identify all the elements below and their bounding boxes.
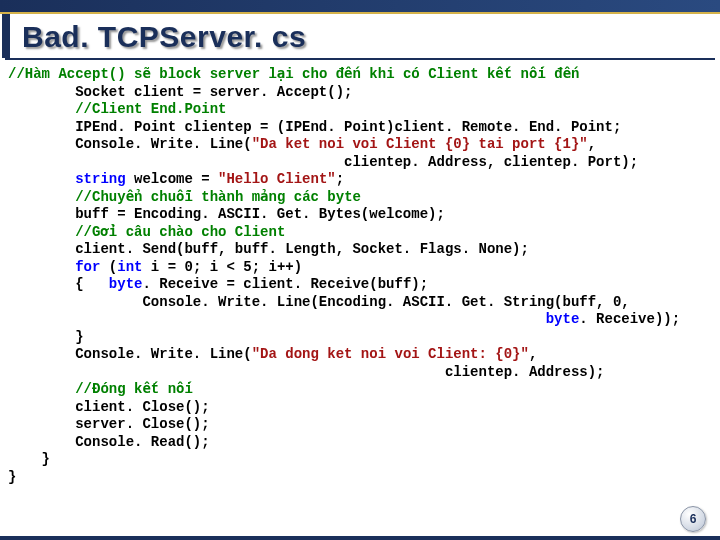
code-line: clientep. Address, clientep. Port); [8, 154, 712, 172]
code-line: Socket client = server. Accept(); [8, 84, 712, 102]
title-bar: Bad. TCPServer. cs [2, 14, 720, 58]
code-line: //Hàm Accept() sẽ block server lại cho đ… [8, 66, 712, 84]
page-number-badge: 6 [680, 506, 706, 532]
slide-bottom-band [0, 536, 720, 540]
code-line: client. Close(); [8, 399, 712, 417]
code-line: string welcome = "Hello Client"; [8, 171, 712, 189]
code-line: server. Close(); [8, 416, 712, 434]
code-line: //Gởi câu chào cho Client [8, 224, 712, 242]
code-line: byte. Receive)); [8, 311, 712, 329]
code-line: clientep. Address); [8, 364, 712, 382]
code-line: buff = Encoding. ASCII. Get. Bytes(welco… [8, 206, 712, 224]
code-line: for (int i = 0; i < 5; i++) [8, 259, 712, 277]
code-line: Console. Read(); [8, 434, 712, 452]
code-line: //Đóng kết nối [8, 381, 712, 399]
slide-title: Bad. TCPServer. cs [22, 20, 708, 54]
slide-top-band [0, 0, 720, 14]
code-line: Console. Write. Line(Encoding. ASCII. Ge… [8, 294, 712, 312]
code-line: Console. Write. Line("Da dong ket noi vo… [8, 346, 712, 364]
code-line: } [8, 329, 712, 347]
code-line: //Client End.Point [8, 101, 712, 119]
code-line: client. Send(buff, buff. Length, Socket.… [8, 241, 712, 259]
code-line: { byte. Receive = client. Receive(buff); [8, 276, 712, 294]
code-line: } [8, 469, 712, 487]
code-line: IPEnd. Point clientep = (IPEnd. Point)cl… [8, 119, 712, 137]
code-line: Console. Write. Line("Da ket noi voi Cli… [8, 136, 712, 154]
page-number: 6 [690, 512, 697, 526]
code-line: //Chuyển chuỗi thành mảng các byte [8, 189, 712, 207]
code-line: } [8, 451, 712, 469]
code-block: //Hàm Accept() sẽ block server lại cho đ… [0, 60, 720, 486]
